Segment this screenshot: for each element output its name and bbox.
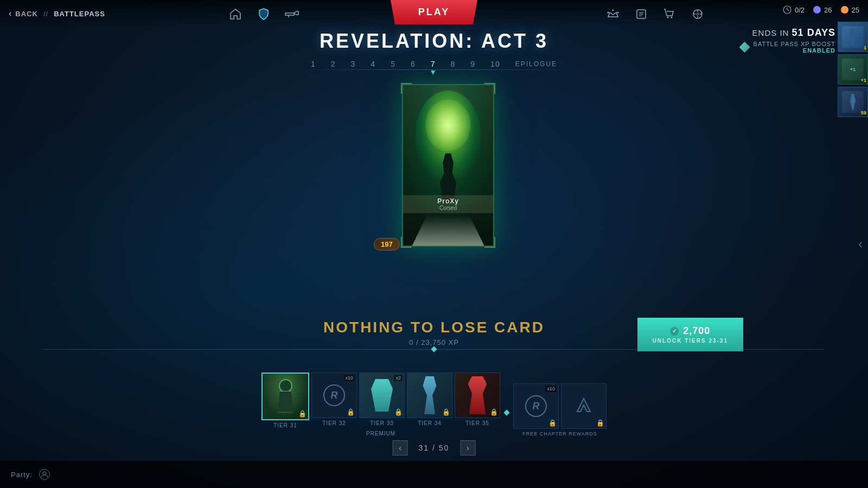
free-tier-2-valorant-icon bbox=[574, 396, 593, 416]
item-title: NOTHING TO LOSE CARD bbox=[323, 319, 545, 336]
chapter-6[interactable]: 6 bbox=[411, 60, 416, 68]
free-tier-1-multiplier: x10 bbox=[545, 386, 557, 392]
chapter-1[interactable]: 1 bbox=[311, 60, 316, 68]
card-frame: ProXy Cursed bbox=[402, 84, 494, 247]
tier-35-card[interactable]: 🔒 bbox=[455, 373, 500, 418]
tier-31-item[interactable]: 🔒 TIER 31 bbox=[261, 373, 309, 428]
chapter-4[interactable]: 4 bbox=[371, 60, 375, 68]
back-arrow-icon: ‹ bbox=[9, 9, 12, 18]
boost-label: BATTLE PASS XP BOOST bbox=[754, 41, 835, 47]
avatar-3-silhouette bbox=[847, 94, 858, 110]
xp-progress: 0 / 23,750 XP bbox=[323, 338, 545, 346]
xp-boost-icon bbox=[739, 42, 750, 53]
chapter-9[interactable]: 9 bbox=[470, 60, 475, 68]
chapter-epilogue[interactable]: EPILOGUE bbox=[515, 60, 557, 68]
tier-31-lock-icon: 🔒 bbox=[298, 410, 307, 418]
avatar-3-image bbox=[842, 91, 864, 113]
chapter-navigation: 1 2 3 4 5 6 7 8 9 10 EPILOGUE bbox=[311, 60, 557, 68]
free-chapter-items: x10 R 🔒 🔒 bbox=[513, 383, 607, 429]
tier-34-label: TIER 34 bbox=[418, 420, 442, 426]
chapter-3[interactable]: 3 bbox=[351, 60, 356, 68]
card-xp-badge: 197 bbox=[374, 238, 400, 251]
avatar-1-silhouette bbox=[847, 29, 858, 45]
svg-point-3 bbox=[617, 12, 619, 14]
tier-31-body bbox=[276, 391, 295, 413]
ends-prefix: ENDS IN bbox=[752, 28, 789, 37]
chapter-2[interactable]: 2 bbox=[331, 60, 336, 68]
chapter-10[interactable]: 10 bbox=[490, 60, 500, 68]
card-character-name: ProXy bbox=[405, 197, 491, 205]
scroll-icon[interactable] bbox=[634, 7, 649, 22]
free-tier-1-item[interactable]: x10 R 🔒 bbox=[513, 383, 559, 429]
play-button-wrap[interactable]: PLAY bbox=[391, 0, 477, 24]
tier-33-multiplier: x2 bbox=[394, 375, 403, 381]
card-subtitle: Cursed bbox=[405, 205, 491, 211]
tier-34-item[interactable]: 🔒 TIER 34 bbox=[407, 373, 452, 428]
page-number: 31 / 50 bbox=[419, 444, 450, 452]
free-tier-1-card[interactable]: x10 R 🔒 bbox=[513, 383, 559, 429]
avatar-1[interactable]: 1 bbox=[838, 22, 868, 52]
play-button[interactable]: PLAY bbox=[391, 0, 477, 24]
back-button[interactable]: ‹ BACK // BATTLEPASS bbox=[0, 0, 114, 27]
free-tier-1-lock-icon: 🔒 bbox=[548, 419, 557, 427]
avatar-3[interactable]: 59 bbox=[838, 87, 868, 117]
chapter-7[interactable]: 7 bbox=[431, 60, 436, 68]
vp-coin-icon bbox=[813, 6, 821, 14]
tier-31-figure bbox=[273, 379, 298, 414]
clock-icon bbox=[783, 5, 792, 14]
premium-tier-items: 🔒 TIER 31 x10 R 🔒 TIER 32 x2 🔒 bbox=[261, 373, 500, 428]
chapter-8[interactable]: 8 bbox=[451, 60, 456, 68]
crown-icon[interactable] bbox=[605, 7, 621, 22]
tier-34-card[interactable]: 🔒 bbox=[407, 373, 452, 418]
avatar-2-label: +1 bbox=[850, 67, 856, 72]
breadcrumb-separator: // bbox=[43, 10, 48, 18]
vp-amount: 0/2 bbox=[795, 6, 805, 14]
tier-carousel: 🔒 TIER 31 x10 R 🔒 TIER 32 x2 🔒 bbox=[261, 373, 607, 436]
avatar-2[interactable]: +1 +1 bbox=[838, 54, 868, 85]
tier-32-card[interactable]: x10 R 🔒 bbox=[311, 373, 357, 418]
xp-boost-panel: BATTLE PASS XP BOOST ENABLED bbox=[739, 41, 835, 54]
svg-point-20 bbox=[43, 472, 46, 475]
top-navigation: ‹ BACK // BATTLEPASS PLAY bbox=[0, 0, 868, 27]
party-icon[interactable] bbox=[39, 469, 50, 480]
tier-33-card[interactable]: x2 🔒 bbox=[359, 373, 405, 418]
tier-32-multiplier: x10 bbox=[343, 375, 355, 381]
tier-31-label: TIER 31 bbox=[273, 422, 297, 428]
current-page: 31 bbox=[419, 444, 430, 452]
tier-35-label: TIER 35 bbox=[465, 420, 489, 426]
tier-35-item[interactable]: 🔒 TIER 35 bbox=[455, 373, 500, 428]
chapter-5[interactable]: 5 bbox=[391, 60, 395, 68]
card-display-area: 197 ProXy Cursed bbox=[374, 79, 494, 249]
unlock-button[interactable]: ✓ 2,700 UNLOCK TIERS 23-31 bbox=[637, 318, 743, 351]
right-chevron-button[interactable]: ‹ bbox=[858, 236, 863, 252]
tier-33-item[interactable]: x2 🔒 TIER 33 bbox=[359, 373, 405, 428]
shield-icon[interactable] bbox=[256, 7, 271, 22]
next-page-button[interactable]: › bbox=[460, 440, 475, 455]
free-tier-2-card[interactable]: 🔒 bbox=[561, 383, 607, 429]
ends-info-panel: ENDS IN 51 DAYS BATTLE PASS XP BOOST ENA… bbox=[739, 27, 835, 54]
tier-31-card[interactable]: 🔒 bbox=[261, 373, 309, 420]
back-label: BACK bbox=[15, 10, 38, 18]
free-tier-1-r-icon: R bbox=[525, 395, 547, 417]
tier-34-figure bbox=[416, 376, 443, 414]
avatar-2-image: +1 bbox=[842, 59, 864, 80]
tier-31-head bbox=[279, 379, 292, 393]
xp-boost-text: BATTLE PASS XP BOOST ENABLED bbox=[754, 41, 835, 54]
avatar-panel: 1 +1 +1 59 bbox=[838, 22, 868, 117]
card-frame-outer: ProXy Cursed bbox=[402, 84, 494, 247]
prev-page-button[interactable]: ‹ bbox=[393, 440, 408, 455]
avatar-2-rank: +1 bbox=[861, 78, 866, 83]
crosshair-icon[interactable] bbox=[690, 7, 705, 22]
svg-line-18 bbox=[787, 10, 789, 11]
tier-32-item[interactable]: x10 R 🔒 TIER 32 bbox=[311, 373, 357, 428]
home-icon[interactable] bbox=[228, 7, 243, 22]
gun-icon[interactable] bbox=[284, 7, 299, 22]
cart-icon[interactable] bbox=[662, 7, 677, 22]
page-navigation: ‹ 31 / 50 › bbox=[393, 440, 476, 455]
premium-label: PREMIUM bbox=[366, 431, 395, 436]
free-tier-2-item[interactable]: 🔒 bbox=[561, 383, 607, 429]
tier-35-figure bbox=[464, 376, 491, 414]
vp-check-icon: ✓ bbox=[670, 327, 679, 336]
svg-point-2 bbox=[612, 10, 614, 11]
avatar-3-rank: 59 bbox=[861, 110, 866, 115]
